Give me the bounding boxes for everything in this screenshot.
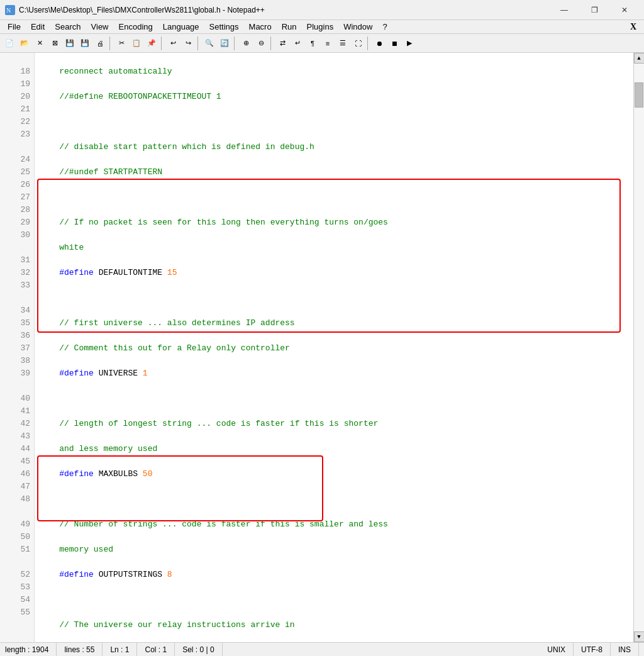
tb-print[interactable]: 🖨 [93, 36, 107, 50]
menu-help[interactable]: ? [377, 21, 392, 33]
tb-new[interactable]: 📄 [3, 36, 16, 50]
code-line: #define UNIVERSE 1 [40, 367, 628, 380]
tb-saveall[interactable]: 💾 [78, 36, 92, 50]
line-num: 18 [0, 65, 30, 78]
code-line: #define MAXBULBS 50 [40, 468, 628, 481]
line-num [0, 556, 30, 569]
tb-macro[interactable]: ⏺ [372, 36, 386, 50]
line-num: 37 [0, 342, 30, 355]
tb-paste[interactable]: 📌 [145, 36, 158, 50]
code-area[interactable]: reconnect automatically //#define REBOOT… [35, 53, 633, 642]
line-num: 43 [0, 430, 30, 443]
tb-stop[interactable]: ⏹ [387, 36, 401, 50]
line-num: 35 [0, 317, 30, 330]
tb-wordwrap[interactable]: ↵ [291, 36, 304, 50]
scroll-up-arrow[interactable]: ▲ [634, 53, 645, 64]
tb-closeall[interactable]: ⊠ [48, 36, 62, 50]
tb-redo[interactable]: ↪ [181, 36, 195, 50]
line-num [0, 141, 30, 153]
menu-plugins[interactable]: Plugins [302, 21, 339, 33]
line-num: 25 [0, 166, 30, 179]
line-num: 46 [0, 468, 30, 481]
code-line: //#define REBOOTONPACKETTIMEOUT 1 [40, 91, 628, 103]
app-icon: N [5, 5, 15, 15]
status-ln: Ln : 1 [103, 643, 137, 656]
tb-close[interactable]: ✕ [33, 36, 47, 50]
status-ins: INS [611, 643, 639, 656]
line-num: 30 [0, 229, 30, 242]
status-lines: lines : 55 [57, 643, 103, 656]
code-line [40, 594, 628, 606]
code-line: // Number of strings ... code is faster … [40, 518, 628, 531]
line-num: 47 [0, 481, 30, 493]
tb-indent[interactable]: ≡ [321, 36, 335, 50]
line-num: 19 [0, 78, 30, 91]
line-num: 39 [0, 367, 30, 380]
toolbar: 📄 📂 ✕ ⊠ 💾 💾 🖨 ✂ 📋 📌 ↩ ↪ 🔍 🔄 ⊕ ⊖ ⇄ ↵ ¶ ≡ … [0, 34, 644, 53]
scrollbar: ▲ ▼ [633, 53, 644, 642]
scroll-thumb[interactable] [635, 82, 643, 108]
tb-cut[interactable]: ✂ [114, 36, 128, 50]
line-numbers: 18 19 20 21 22 23 24 25 26 27 28 29 30 3… [0, 53, 35, 642]
code-line: // If no packet is seen for this long th… [40, 216, 628, 229]
tb-save[interactable]: 💾 [63, 36, 77, 50]
tb-open[interactable]: 📂 [18, 36, 31, 50]
code-line: white [40, 242, 628, 254]
menu-run[interactable]: Run [277, 21, 302, 33]
tb-outdent[interactable]: ☰ [336, 36, 350, 50]
minimize-button[interactable]: — [550, 1, 579, 19]
line-num: 32 [0, 267, 30, 279]
menu-encoding[interactable]: Encoding [114, 21, 158, 33]
code-line: memory used [40, 543, 628, 556]
toolbar-sep-3 [197, 36, 200, 50]
code-line: //#undef STARTPATTERN [40, 166, 628, 179]
code-line: reconnect automatically [40, 65, 628, 78]
code-line: // The universe our relay instructions a… [40, 619, 628, 631]
line-num: 26 [0, 179, 30, 191]
tb-zoomout[interactable]: ⊖ [254, 36, 268, 50]
menu-language[interactable]: Language [158, 21, 204, 33]
status-unix: UNIX [540, 643, 574, 656]
code-line: #define DEFAULTONTIME 15 [40, 267, 628, 279]
tb-copy[interactable]: 📋 [130, 36, 143, 50]
menu-macro[interactable]: Macro [244, 21, 277, 33]
close-button[interactable]: ✕ [610, 1, 639, 19]
menu-window[interactable]: Window [338, 21, 377, 33]
tb-sync[interactable]: ⇄ [275, 36, 289, 50]
document-close-x[interactable]: X [625, 21, 641, 33]
status-bar: length : 1904 lines : 55 Ln : 1 Col : 1 … [0, 642, 644, 656]
scroll-down-arrow[interactable]: ▼ [634, 631, 645, 642]
tb-allchars[interactable]: ¶ [306, 36, 319, 50]
line-num: 24 [0, 153, 30, 166]
restore-button[interactable]: ❐ [580, 1, 609, 19]
tb-replace[interactable]: 🔄 [218, 36, 231, 50]
line-num: 41 [0, 405, 30, 418]
line-num: 50 [0, 531, 30, 543]
status-col: Col : 1 [137, 643, 175, 656]
tb-zoomin[interactable]: ⊕ [239, 36, 253, 50]
title-bar: N C:\Users\Me\Desktop\_Files\DMXControll… [0, 0, 644, 20]
code-line: // disable start pattern which is define… [40, 141, 628, 153]
line-num: 53 [0, 581, 30, 594]
toolbar-sep-4 [234, 36, 236, 50]
toolbar-sep-1 [109, 36, 112, 50]
line-num: 38 [0, 355, 30, 367]
svg-text:N: N [6, 7, 11, 14]
menu-settings[interactable]: Settings [204, 21, 244, 33]
status-length: length : 1904 [5, 643, 57, 656]
tb-find[interactable]: 🔍 [203, 36, 216, 50]
line-num [0, 53, 30, 65]
line-num: 23 [0, 128, 30, 141]
tb-fullscreen[interactable]: ⛶ [351, 36, 365, 50]
line-num [0, 242, 30, 254]
tb-run-macro[interactable]: ▶ [402, 36, 416, 50]
scroll-track[interactable] [634, 64, 644, 631]
menu-search[interactable]: Search [50, 21, 86, 33]
menu-view[interactable]: View [86, 21, 114, 33]
code-line: // length of longest string ... code is … [40, 418, 628, 430]
tb-undo[interactable]: ↩ [166, 36, 180, 50]
menu-file[interactable]: File [3, 21, 26, 33]
code-content[interactable]: reconnect automatically //#define REBOOT… [35, 53, 633, 642]
line-num: 42 [0, 418, 30, 430]
menu-edit[interactable]: Edit [26, 21, 50, 33]
